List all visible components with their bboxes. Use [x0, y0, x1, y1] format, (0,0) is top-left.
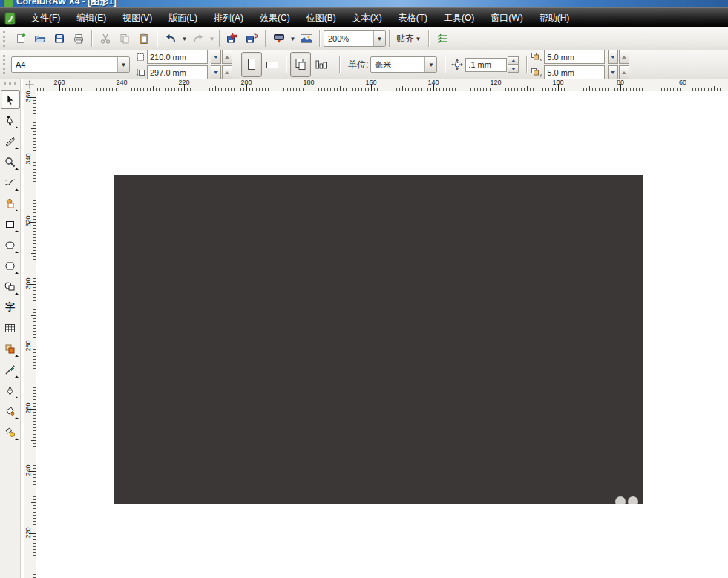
- interactive-fill-tool[interactable]: [1, 422, 20, 441]
- menu-item-text[interactable]: 文本(X): [344, 9, 390, 27]
- nudge-offset-icon: [451, 59, 463, 70]
- basic-shapes-tool[interactable]: [1, 277, 20, 296]
- paper-height-spinner[interactable]: [210, 65, 232, 79]
- rectangle-tool[interactable]: [1, 214, 20, 234]
- paper-height-field[interactable]: 297.0 mm: [147, 65, 208, 79]
- hruler-label: 200: [240, 79, 252, 86]
- units-combobox[interactable]: 毫米 ▼: [370, 56, 437, 73]
- duplicate-x-spinner[interactable]: [607, 50, 629, 64]
- duplicate-y-spinner[interactable]: [607, 65, 629, 79]
- crop-tool[interactable]: [1, 131, 20, 151]
- paper-width-field[interactable]: 210.0 mm: [147, 50, 208, 64]
- export-button[interactable]: [243, 29, 262, 48]
- pick-tool[interactable]: [1, 90, 20, 109]
- menu-bar: 文件(F) 编辑(E) 视图(V) 版面(L) 排列(A) 效果(C) 位图(B…: [0, 7, 728, 28]
- toolbar-separator: [91, 30, 93, 47]
- vruler-label: 220: [24, 525, 32, 541]
- eyedropper-tool[interactable]: [1, 360, 20, 379]
- vruler-label: 280: [24, 338, 32, 354]
- chevron-down-icon[interactable]: ▼: [424, 57, 436, 72]
- redo-dropdown[interactable]: ▼: [208, 30, 216, 47]
- paper-width-value: 210.0 mm: [150, 53, 186, 62]
- hruler-label: 220: [178, 79, 189, 86]
- coreldraw-document-icon: [4, 12, 17, 25]
- duplicate-distance-x-field[interactable]: 5.0 mm: [544, 50, 605, 64]
- nudge-offset-spinner[interactable]: [508, 56, 519, 73]
- toolbar-grip[interactable]: [3, 55, 7, 75]
- options-button[interactable]: [433, 29, 452, 48]
- property-bar: A4 ▼ 210.0 mm 297.0 mm: [0, 50, 728, 79]
- toolbar-separator: [389, 30, 390, 47]
- paper-width-spinner[interactable]: [210, 50, 232, 64]
- toolbar-separator: [319, 30, 321, 47]
- horizontal-ruler[interactable]: 2602402202001801601401201008060: [36, 79, 728, 91]
- undo-dropdown[interactable]: ▼: [180, 30, 188, 47]
- toolbox: 字: [0, 79, 21, 578]
- menu-item-file[interactable]: 文件(F): [23, 9, 68, 27]
- application-launcher-button[interactable]: [269, 29, 289, 48]
- all-pages-layout-button[interactable]: [290, 52, 311, 77]
- standard-toolbar: ▼ ▼ ▼ 200% ▼ 贴齐 ▼: [0, 27, 728, 50]
- toolbox-grip[interactable]: [4, 82, 16, 87]
- freehand-tool[interactable]: [1, 173, 20, 192]
- menu-item-bitmaps[interactable]: 位图(B): [298, 9, 344, 27]
- units-value: 毫米: [371, 59, 424, 70]
- table-tool[interactable]: [1, 318, 20, 338]
- toolbar-grip[interactable]: [3, 31, 7, 47]
- chevron-down-icon[interactable]: ▼: [373, 31, 385, 46]
- current-page-layout-button[interactable]: [311, 52, 332, 77]
- portrait-orientation-button[interactable]: [241, 52, 262, 77]
- ellipse-tool[interactable]: [1, 235, 20, 254]
- drawing-canvas[interactable]: [36, 91, 728, 578]
- menu-item-table[interactable]: 表格(T): [390, 9, 436, 27]
- polygon-tool[interactable]: [1, 256, 20, 275]
- application-launcher-dropdown[interactable]: ▼: [289, 30, 297, 47]
- menu-item-tools[interactable]: 工具(O): [436, 9, 482, 27]
- duplicate-distance-x-value: 5.0 mm: [547, 53, 574, 62]
- duplicate-distance-y-field[interactable]: 5.0 mm: [544, 65, 605, 79]
- chevron-down-icon[interactable]: ▼: [117, 57, 129, 72]
- interactive-blend-tool[interactable]: [1, 339, 20, 358]
- landscape-orientation-button[interactable]: [262, 52, 283, 77]
- open-document-button[interactable]: [30, 29, 50, 48]
- redo-button[interactable]: [188, 29, 208, 48]
- paper-size-value: A4: [12, 60, 117, 69]
- toolbar-separator: [526, 56, 528, 73]
- shape-tool[interactable]: [1, 111, 20, 130]
- menu-item-layout[interactable]: 版面(L): [160, 9, 206, 27]
- welcome-screen-button[interactable]: [297, 29, 316, 48]
- import-button[interactable]: [223, 29, 243, 48]
- spin-up-icon: [222, 65, 232, 79]
- outline-pen-tool[interactable]: [1, 381, 20, 400]
- menu-item-effects[interactable]: 效果(C): [252, 9, 298, 27]
- menu-item-view[interactable]: 视图(V): [114, 9, 160, 27]
- zoom-tool[interactable]: [1, 152, 20, 171]
- fill-tool[interactable]: [1, 401, 20, 421]
- snap-to-label: 贴齐: [396, 33, 414, 45]
- menu-item-edit[interactable]: 编辑(E): [68, 9, 114, 27]
- zoom-level-combobox[interactable]: 200% ▼: [324, 30, 386, 47]
- menu-item-arrange[interactable]: 排列(A): [206, 9, 252, 27]
- print-button[interactable]: [69, 29, 88, 48]
- toolbar-separator: [157, 30, 158, 47]
- snap-to-dropdown[interactable]: 贴齐 ▼: [393, 30, 425, 47]
- dark-rectangle-object[interactable]: [114, 175, 643, 504]
- svg-text:x: x: [540, 57, 542, 62]
- smart-fill-tool[interactable]: [1, 194, 20, 213]
- save-button[interactable]: [50, 29, 69, 48]
- hruler-label: 160: [365, 79, 376, 86]
- menu-item-help[interactable]: 帮助(H): [531, 9, 578, 27]
- cut-button[interactable]: [96, 29, 115, 48]
- nudge-offset-field[interactable]: .1 mm: [465, 58, 507, 72]
- paste-button[interactable]: [134, 29, 154, 48]
- menu-item-window[interactable]: 窗口(W): [482, 9, 531, 27]
- paper-height-value: 297.0 mm: [150, 68, 186, 77]
- copy-button[interactable]: [115, 29, 134, 48]
- paper-size-combobox[interactable]: A4 ▼: [11, 56, 130, 73]
- vertical-ruler[interactable]: 360340320300280260240220: [24, 91, 36, 578]
- decorative-dot: [628, 496, 638, 504]
- text-tool[interactable]: 字: [1, 298, 20, 317]
- new-document-button[interactable]: [11, 29, 30, 48]
- hruler-label: 120: [490, 79, 501, 86]
- undo-button[interactable]: [161, 29, 180, 48]
